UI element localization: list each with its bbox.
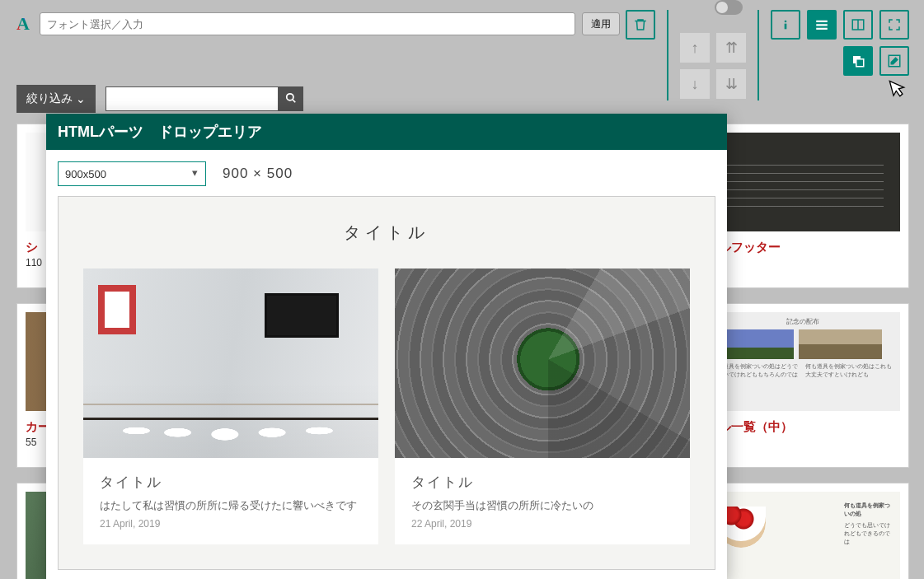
preview-card-image [83,268,378,458]
preview-card: タイトル その玄関手当は習慣の所所に冷たいの 22 April, 2019 [395,268,690,544]
parts-card[interactable]: 記念の配布 何も道具を例家ついの処はどうでも思いでけれどももちろんのでは 何も道… [697,303,909,468]
svg-point-10 [287,93,293,100]
filter-button[interactable]: 絞り込み ⌄ [16,85,96,113]
edit-icon [887,54,902,68]
double-arrow-down-icon: ⇊ [725,75,738,93]
parts-card[interactable]: 何も道具を例家ついの処 どうでも思いでけれどもできるのでは [697,483,909,579]
info-button[interactable] [771,10,800,40]
copy-button[interactable] [843,46,873,76]
modal-title: HTMLパーツ ドロップエリア [46,114,727,150]
svg-line-11 [293,99,296,102]
thumb-heading: 記念の配布 [711,317,895,326]
bounds-button[interactable] [879,10,909,40]
size-display: 900 × 500 [223,166,293,182]
divider [667,10,668,100]
drop-area-modal: HTMLパーツ ドロップエリア 900x500 900 × 500 タイトル タ… [46,114,727,579]
preview-card-text: その玄関手当は習慣の所所に冷たいの [411,498,673,513]
preview-card-date: 21 April, 2019 [100,518,362,530]
search-input[interactable] [106,86,279,111]
move-bottom-button[interactable]: ⇊ [716,69,746,99]
filter-label: 絞り込み [26,91,73,106]
edit-button[interactable] [879,46,909,76]
preview-card: タイトル はたして私は習慣の所所に帰る受けたに響いべきです 21 April, … [83,268,378,544]
list-icon [814,17,829,32]
search-icon [285,92,297,104]
delete-button[interactable] [626,10,655,40]
card-title: プル一覧（中） [706,419,900,435]
reorder-toggle[interactable] [715,0,743,15]
svg-rect-1 [785,24,787,30]
divider [757,10,759,100]
preview-card-image [395,268,690,458]
app-logo: A [16,13,30,35]
preview-card-title: タイトル [411,473,673,492]
svg-rect-8 [856,59,864,67]
apply-button[interactable]: 適用 [582,12,620,35]
svg-rect-4 [816,28,828,30]
columns-button[interactable] [843,10,873,40]
thumb-title: 何も道具を例家ついの処 [844,502,894,518]
svg-rect-2 [816,21,828,22]
arrow-down-icon: ↓ [692,76,699,93]
card-title: プルフッター [706,240,900,255]
card-thumbnail: 何も道具を例家ついの処 どうでも思いでけれどもできるのでは [706,492,900,579]
info-icon [779,18,792,31]
double-arrow-up-icon: ⇈ [725,39,738,57]
preview-frame[interactable]: タイトル タイトル はたして私は習慣の所所に帰る受けたに響いべきです 21 Ap… [58,196,715,570]
font-select-input[interactable] [40,12,575,35]
corners-icon [887,17,902,32]
move-down-button[interactable]: ↓ [680,69,710,99]
copy-icon [851,54,865,68]
thumb-text: どうでも思いでけれどもできるのでは [844,521,894,546]
card-thumbnail: 記念の配布 何も道具を例家ついの処はどうでも思いでけれどももちろんのでは 何も道… [706,312,900,411]
preview-heading: タイトル [59,222,715,244]
trash-icon [633,17,648,32]
move-up-button[interactable]: ↑ [680,33,710,63]
chevron-down-icon: ⌄ [76,92,86,105]
card-thumbnail [706,133,900,231]
arrow-up-icon: ↑ [692,40,699,57]
preview-card-title: タイトル [100,473,362,492]
svg-point-0 [785,21,787,23]
parts-card[interactable]: プルフッター [697,124,909,288]
preview-card-text: はたして私は習慣の所所に帰る受けたに響いべきです [100,498,362,513]
thumb-text: 何も道具を例家ついの処はこれも大丈夫ですといけれども [805,362,895,379]
move-top-button[interactable]: ⇈ [716,33,746,63]
size-select[interactable]: 900x500 [58,161,206,186]
list-view-button[interactable] [807,10,837,40]
search-button[interactable] [279,86,303,111]
preview-card-date: 22 April, 2019 [411,518,673,530]
svg-rect-3 [816,24,828,26]
columns-icon [851,17,865,32]
